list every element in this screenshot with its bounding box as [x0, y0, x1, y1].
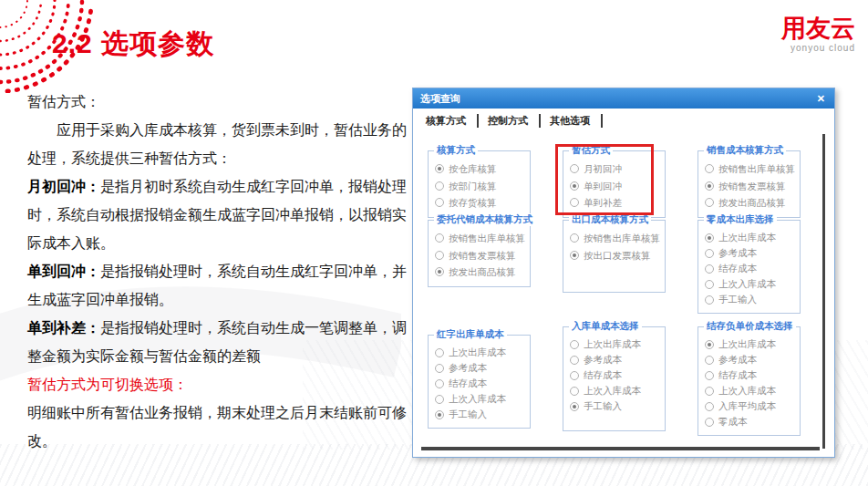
radio-option[interactable]: 结存成本: [705, 367, 795, 383]
radio-option[interactable]: 参考成本: [705, 245, 795, 261]
radio-option[interactable]: 按销售出库单核算: [570, 230, 660, 247]
radio-icon[interactable]: [705, 164, 714, 173]
radio-icon[interactable]: [705, 371, 714, 380]
dialog-content: 核算方式按仓库核算按部门核算按存货核算暂估方式月初回冲单到回冲单到补差销售成本核…: [413, 133, 834, 436]
radio-option[interactable]: 结存成本: [705, 261, 795, 276]
vertical-scrollbar[interactable]: [822, 134, 825, 449]
radio-label: 按部门核算: [449, 178, 497, 195]
radio-icon[interactable]: [570, 233, 579, 243]
dialog-titlebar[interactable]: 选项查询 ✕: [413, 88, 834, 109]
radio-option[interactable]: 按销售出库单核算: [435, 230, 525, 247]
radio-icon[interactable]: [435, 379, 444, 388]
radio-option[interactable]: 入库平均成本: [705, 398, 795, 414]
radio-icon[interactable]: [705, 402, 714, 411]
group-cell: 出口成本核算方式按销售出库单核算按出口发票核算: [563, 220, 666, 293]
radio-label: 按发出商品核算: [449, 264, 516, 281]
radio-icon[interactable]: [570, 402, 579, 411]
radio-icon[interactable]: [705, 340, 714, 349]
tab-核算方式[interactable]: 核算方式: [426, 114, 466, 128]
radio-option[interactable]: 参考成本: [435, 360, 525, 376]
radio-icon[interactable]: [435, 181, 444, 191]
group-title: 红字出库单成本: [434, 328, 507, 341]
tab-控制方式[interactable]: 控制方式: [488, 114, 528, 128]
tab-其他选项[interactable]: 其他选项: [550, 114, 590, 128]
radio-option[interactable]: 手工输入: [570, 398, 660, 414]
group-title: 委托代销成本核算方式: [434, 213, 535, 226]
radio-option[interactable]: 上次出库成本: [435, 345, 525, 360]
radio-option[interactable]: 按发出商品核算: [705, 194, 795, 212]
radio-icon[interactable]: [705, 280, 714, 289]
radio-icon[interactable]: [705, 295, 714, 305]
radio-icon[interactable]: [705, 198, 714, 207]
radio-option[interactable]: 上次入库成本: [435, 391, 525, 407]
radio-label: 按出口发票核算: [584, 247, 651, 264]
radio-label: 上次入库成本: [718, 276, 776, 292]
radio-label: 参考成本: [718, 245, 757, 261]
paragraph: 应用于采购入库成本核算，货到票未到时，暂估业务的处理，系统提供三种暂估方式：: [27, 116, 407, 172]
logo-text: 用友云: [781, 15, 855, 42]
radio-icon[interactable]: [705, 181, 714, 191]
radio-option[interactable]: 上次出库成本: [705, 336, 795, 352]
radio-option[interactable]: 参考成本: [570, 352, 660, 367]
close-icon[interactable]: ✕: [815, 93, 827, 105]
radio-icon[interactable]: [435, 348, 444, 357]
radio-option[interactable]: 单到补差: [570, 194, 660, 212]
radio-icon[interactable]: [435, 233, 444, 243]
radio-icon[interactable]: [570, 251, 579, 260]
radio-option[interactable]: 按销售发票核算: [705, 178, 795, 195]
radio-option[interactable]: 结存成本: [570, 367, 660, 383]
radio-label: 手工输入: [584, 398, 622, 414]
radio-option[interactable]: 手工输入: [435, 407, 525, 422]
radio-option[interactable]: 零成本: [705, 414, 795, 429]
radio-icon[interactable]: [435, 267, 444, 276]
paragraph: 单到补差：是指报销处理时，系统自动生成一笔调整单，调整金额为实际金额与暂估金额的…: [27, 314, 407, 370]
radio-option[interactable]: 上次入库成本: [570, 383, 660, 398]
radio-icon[interactable]: [435, 164, 444, 173]
paragraph: 单到回冲：是指报销处理时，系统自动生成红字回冲单，并生成蓝字回冲单报销。: [27, 257, 407, 314]
radio-option[interactable]: 上次入库成本: [705, 276, 795, 292]
radio-label: 按销售发票核算: [718, 178, 786, 195]
radio-icon[interactable]: [435, 410, 444, 419]
radio-label: 按销售出库单核算: [449, 230, 525, 247]
radio-option[interactable]: 单到回冲: [570, 178, 660, 195]
radio-icon[interactable]: [705, 233, 714, 243]
radio-option[interactable]: 上次出库成本: [570, 336, 660, 352]
radio-label: 上次入库成本: [584, 383, 641, 398]
radio-option[interactable]: 参考成本: [705, 352, 795, 367]
radio-label: 参考成本: [718, 352, 757, 367]
radio-icon[interactable]: [705, 387, 714, 396]
radio-icon[interactable]: [435, 364, 444, 373]
radio-label: 零成本: [718, 414, 748, 429]
radio-icon[interactable]: [570, 387, 579, 396]
horizontal-scrollbar[interactable]: [421, 447, 820, 450]
radio-option[interactable]: 按发出商品核算: [435, 264, 525, 281]
radio-icon[interactable]: [705, 418, 714, 427]
radio-icon[interactable]: [570, 181, 579, 191]
radio-option[interactable]: 上次出库成本: [705, 230, 795, 245]
radio-icon[interactable]: [570, 371, 579, 380]
radio-icon[interactable]: [435, 395, 444, 404]
group-title: 出口成本核算方式: [569, 213, 651, 226]
radio-option[interactable]: 上次入库成本: [705, 383, 795, 398]
group-title: 销售成本核算方式: [704, 144, 786, 157]
radio-icon[interactable]: [705, 356, 714, 365]
radio-icon[interactable]: [435, 251, 444, 260]
radio-icon[interactable]: [570, 198, 579, 207]
radio-option[interactable]: 手工输入: [705, 292, 795, 307]
radio-icon[interactable]: [435, 198, 444, 207]
radio-option[interactable]: 按存货核算: [435, 194, 525, 212]
radio-option[interactable]: 按销售发票核算: [435, 247, 525, 264]
radio-option[interactable]: 按仓库核算: [435, 160, 525, 178]
radio-icon[interactable]: [705, 249, 714, 258]
radio-icon[interactable]: [705, 264, 714, 274]
radio-label: 结存成本: [584, 367, 622, 383]
radio-option[interactable]: 月初回冲: [570, 160, 660, 178]
radio-icon[interactable]: [570, 164, 579, 173]
radio-option[interactable]: 结存成本: [435, 376, 525, 391]
radio-icon[interactable]: [570, 356, 579, 365]
radio-option[interactable]: 按部门核算: [435, 178, 525, 195]
radio-icon[interactable]: [570, 340, 579, 349]
radio-option[interactable]: 按出口发票核算: [570, 247, 660, 264]
group-cell: 销售成本核算方式按销售出库单核算按销售发票核算按发出商品核算: [698, 150, 801, 218]
radio-option[interactable]: 按销售出库单核算: [705, 160, 795, 178]
